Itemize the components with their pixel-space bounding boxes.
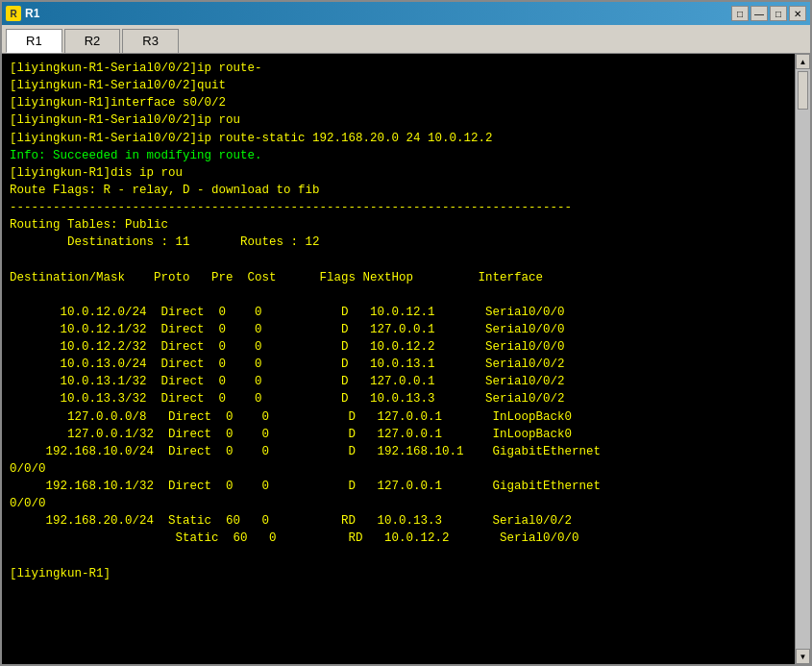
scroll-up-button[interactable]: ▲	[796, 54, 810, 69]
tab-r2[interactable]: R2	[64, 29, 121, 53]
terminal-output[interactable]: [liyingkun-R1-Serial0/0/2]ip route- [liy…	[2, 54, 799, 664]
terminal-container: [liyingkun-R1-Serial0/0/2]ip route- [liy…	[2, 54, 810, 664]
window-title: R1	[25, 7, 39, 20]
tab-r1[interactable]: R1	[6, 29, 62, 53]
title-bar-left: R R1	[6, 6, 39, 21]
main-window: R R1 □ — □ ✕ R1 R2 R3 [liyingkun-R1-Seri…	[0, 0, 812, 666]
scroll-track	[796, 69, 810, 649]
scrollbar[interactable]: ▲ ▼	[795, 54, 810, 664]
restore-button[interactable]: □	[731, 6, 749, 21]
close-button[interactable]: ✕	[789, 6, 806, 21]
scroll-thumb[interactable]	[798, 71, 808, 110]
tab-r3[interactable]: R3	[122, 29, 179, 53]
title-bar: R R1 □ — □ ✕	[2, 2, 810, 25]
maximize-button[interactable]: □	[770, 6, 787, 21]
window-controls: □ — □ ✕	[731, 6, 806, 21]
tab-bar: R1 R2 R3	[2, 25, 810, 54]
scroll-down-button[interactable]: ▼	[796, 649, 810, 664]
minimize-button[interactable]: —	[750, 6, 768, 21]
window-icon: R	[6, 6, 21, 21]
